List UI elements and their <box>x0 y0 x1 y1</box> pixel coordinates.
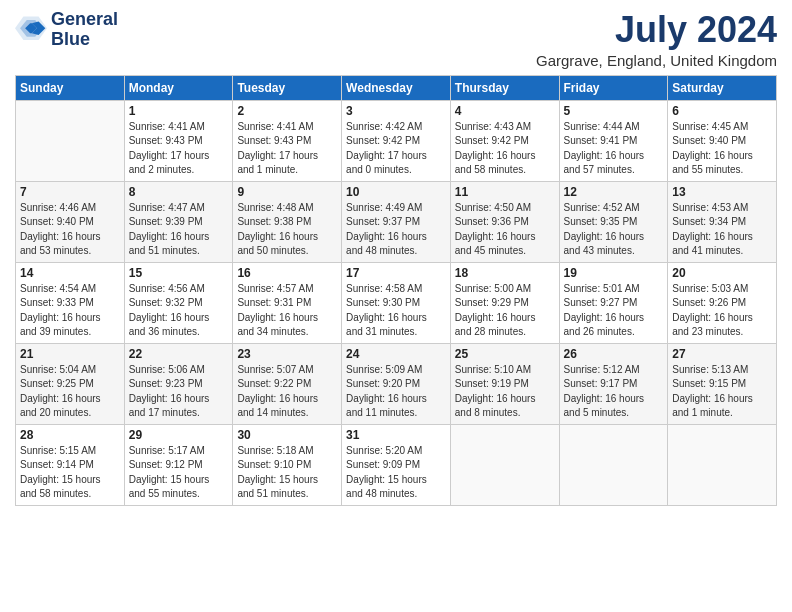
calendar-cell: 8Sunrise: 4:47 AM Sunset: 9:39 PM Daylig… <box>124 181 233 262</box>
day-number: 20 <box>672 266 772 280</box>
calendar-week-row: 28Sunrise: 5:15 AM Sunset: 9:14 PM Dayli… <box>16 424 777 505</box>
calendar-cell: 28Sunrise: 5:15 AM Sunset: 9:14 PM Dayli… <box>16 424 125 505</box>
calendar-cell: 20Sunrise: 5:03 AM Sunset: 9:26 PM Dayli… <box>668 262 777 343</box>
day-info: Sunrise: 5:03 AM Sunset: 9:26 PM Dayligh… <box>672 282 772 340</box>
title-block: July 2024 Gargrave, England, United King… <box>536 10 777 69</box>
day-info: Sunrise: 5:09 AM Sunset: 9:20 PM Dayligh… <box>346 363 446 421</box>
day-info: Sunrise: 4:41 AM Sunset: 9:43 PM Dayligh… <box>237 120 337 178</box>
day-number: 24 <box>346 347 446 361</box>
calendar-cell <box>450 424 559 505</box>
day-number: 13 <box>672 185 772 199</box>
calendar-cell <box>559 424 668 505</box>
day-number: 14 <box>20 266 120 280</box>
day-info: Sunrise: 5:04 AM Sunset: 9:25 PM Dayligh… <box>20 363 120 421</box>
day-number: 6 <box>672 104 772 118</box>
day-info: Sunrise: 4:52 AM Sunset: 9:35 PM Dayligh… <box>564 201 664 259</box>
day-number: 17 <box>346 266 446 280</box>
day-number: 21 <box>20 347 120 361</box>
day-info: Sunrise: 5:17 AM Sunset: 9:12 PM Dayligh… <box>129 444 229 502</box>
day-number: 18 <box>455 266 555 280</box>
day-info: Sunrise: 5:12 AM Sunset: 9:17 PM Dayligh… <box>564 363 664 421</box>
day-number: 15 <box>129 266 229 280</box>
calendar-cell: 2Sunrise: 4:41 AM Sunset: 9:43 PM Daylig… <box>233 100 342 181</box>
calendar-cell: 14Sunrise: 4:54 AM Sunset: 9:33 PM Dayli… <box>16 262 125 343</box>
calendar-cell: 21Sunrise: 5:04 AM Sunset: 9:25 PM Dayli… <box>16 343 125 424</box>
col-header-wednesday: Wednesday <box>342 75 451 100</box>
calendar-header-row: SundayMondayTuesdayWednesdayThursdayFrid… <box>16 75 777 100</box>
day-number: 31 <box>346 428 446 442</box>
calendar-cell: 24Sunrise: 5:09 AM Sunset: 9:20 PM Dayli… <box>342 343 451 424</box>
day-info: Sunrise: 5:15 AM Sunset: 9:14 PM Dayligh… <box>20 444 120 502</box>
calendar-table: SundayMondayTuesdayWednesdayThursdayFrid… <box>15 75 777 506</box>
day-info: Sunrise: 4:44 AM Sunset: 9:41 PM Dayligh… <box>564 120 664 178</box>
calendar-week-row: 7Sunrise: 4:46 AM Sunset: 9:40 PM Daylig… <box>16 181 777 262</box>
calendar-cell: 17Sunrise: 4:58 AM Sunset: 9:30 PM Dayli… <box>342 262 451 343</box>
calendar-cell: 27Sunrise: 5:13 AM Sunset: 9:15 PM Dayli… <box>668 343 777 424</box>
day-info: Sunrise: 5:20 AM Sunset: 9:09 PM Dayligh… <box>346 444 446 502</box>
day-info: Sunrise: 4:47 AM Sunset: 9:39 PM Dayligh… <box>129 201 229 259</box>
calendar-cell: 19Sunrise: 5:01 AM Sunset: 9:27 PM Dayli… <box>559 262 668 343</box>
calendar-cell: 29Sunrise: 5:17 AM Sunset: 9:12 PM Dayli… <box>124 424 233 505</box>
day-number: 30 <box>237 428 337 442</box>
calendar-cell: 1Sunrise: 4:41 AM Sunset: 9:43 PM Daylig… <box>124 100 233 181</box>
day-number: 3 <box>346 104 446 118</box>
calendar-cell: 13Sunrise: 4:53 AM Sunset: 9:34 PM Dayli… <box>668 181 777 262</box>
calendar-cell: 5Sunrise: 4:44 AM Sunset: 9:41 PM Daylig… <box>559 100 668 181</box>
day-info: Sunrise: 5:10 AM Sunset: 9:19 PM Dayligh… <box>455 363 555 421</box>
col-header-thursday: Thursday <box>450 75 559 100</box>
calendar-cell: 6Sunrise: 4:45 AM Sunset: 9:40 PM Daylig… <box>668 100 777 181</box>
calendar-cell: 9Sunrise: 4:48 AM Sunset: 9:38 PM Daylig… <box>233 181 342 262</box>
day-info: Sunrise: 4:53 AM Sunset: 9:34 PM Dayligh… <box>672 201 772 259</box>
calendar-cell <box>16 100 125 181</box>
calendar-cell: 4Sunrise: 4:43 AM Sunset: 9:42 PM Daylig… <box>450 100 559 181</box>
page-header: General Blue July 2024 Gargrave, England… <box>15 10 777 69</box>
day-info: Sunrise: 5:06 AM Sunset: 9:23 PM Dayligh… <box>129 363 229 421</box>
calendar-cell: 16Sunrise: 4:57 AM Sunset: 9:31 PM Dayli… <box>233 262 342 343</box>
col-header-tuesday: Tuesday <box>233 75 342 100</box>
day-info: Sunrise: 4:41 AM Sunset: 9:43 PM Dayligh… <box>129 120 229 178</box>
col-header-friday: Friday <box>559 75 668 100</box>
day-number: 12 <box>564 185 664 199</box>
day-number: 26 <box>564 347 664 361</box>
day-number: 8 <box>129 185 229 199</box>
day-info: Sunrise: 4:45 AM Sunset: 9:40 PM Dayligh… <box>672 120 772 178</box>
col-header-sunday: Sunday <box>16 75 125 100</box>
day-info: Sunrise: 4:56 AM Sunset: 9:32 PM Dayligh… <box>129 282 229 340</box>
calendar-week-row: 1Sunrise: 4:41 AM Sunset: 9:43 PM Daylig… <box>16 100 777 181</box>
col-header-saturday: Saturday <box>668 75 777 100</box>
day-number: 28 <box>20 428 120 442</box>
day-number: 9 <box>237 185 337 199</box>
day-number: 7 <box>20 185 120 199</box>
day-info: Sunrise: 5:18 AM Sunset: 9:10 PM Dayligh… <box>237 444 337 502</box>
col-header-monday: Monday <box>124 75 233 100</box>
day-number: 5 <box>564 104 664 118</box>
day-number: 1 <box>129 104 229 118</box>
day-number: 23 <box>237 347 337 361</box>
logo: General Blue <box>15 10 118 50</box>
calendar-cell: 10Sunrise: 4:49 AM Sunset: 9:37 PM Dayli… <box>342 181 451 262</box>
calendar-cell: 26Sunrise: 5:12 AM Sunset: 9:17 PM Dayli… <box>559 343 668 424</box>
calendar-cell: 23Sunrise: 5:07 AM Sunset: 9:22 PM Dayli… <box>233 343 342 424</box>
day-number: 22 <box>129 347 229 361</box>
logo-icon <box>15 16 47 44</box>
calendar-cell: 18Sunrise: 5:00 AM Sunset: 9:29 PM Dayli… <box>450 262 559 343</box>
logo-text: General Blue <box>51 10 118 50</box>
day-info: Sunrise: 4:57 AM Sunset: 9:31 PM Dayligh… <box>237 282 337 340</box>
day-number: 16 <box>237 266 337 280</box>
calendar-cell: 12Sunrise: 4:52 AM Sunset: 9:35 PM Dayli… <box>559 181 668 262</box>
day-number: 27 <box>672 347 772 361</box>
day-info: Sunrise: 4:42 AM Sunset: 9:42 PM Dayligh… <box>346 120 446 178</box>
calendar-cell: 25Sunrise: 5:10 AM Sunset: 9:19 PM Dayli… <box>450 343 559 424</box>
day-info: Sunrise: 4:58 AM Sunset: 9:30 PM Dayligh… <box>346 282 446 340</box>
month-title: July 2024 <box>536 10 777 50</box>
day-number: 11 <box>455 185 555 199</box>
calendar-cell <box>668 424 777 505</box>
day-number: 25 <box>455 347 555 361</box>
day-number: 2 <box>237 104 337 118</box>
location-title: Gargrave, England, United Kingdom <box>536 52 777 69</box>
calendar-cell: 15Sunrise: 4:56 AM Sunset: 9:32 PM Dayli… <box>124 262 233 343</box>
calendar-cell: 31Sunrise: 5:20 AM Sunset: 9:09 PM Dayli… <box>342 424 451 505</box>
day-info: Sunrise: 4:50 AM Sunset: 9:36 PM Dayligh… <box>455 201 555 259</box>
calendar-week-row: 21Sunrise: 5:04 AM Sunset: 9:25 PM Dayli… <box>16 343 777 424</box>
day-info: Sunrise: 5:01 AM Sunset: 9:27 PM Dayligh… <box>564 282 664 340</box>
